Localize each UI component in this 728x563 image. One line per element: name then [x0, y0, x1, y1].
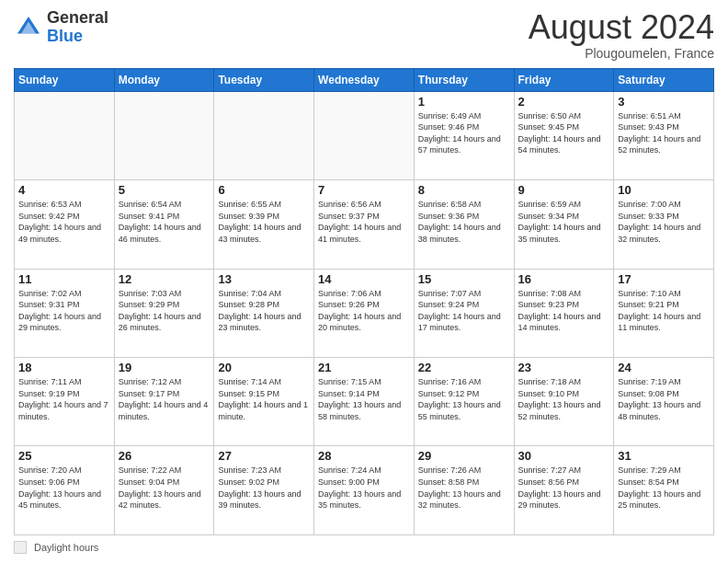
table-row: 21Sunrise: 7:15 AM Sunset: 9:14 PM Dayli…	[314, 358, 415, 446]
table-row: 16Sunrise: 7:08 AM Sunset: 9:23 PM Dayli…	[514, 269, 614, 357]
day-number: 6	[218, 183, 310, 197]
day-info: Sunrise: 6:53 AM Sunset: 9:42 PM Dayligh…	[18, 199, 110, 245]
day-info: Sunrise: 7:00 AM Sunset: 9:33 PM Dayligh…	[618, 199, 710, 245]
day-number: 30	[518, 449, 610, 463]
calendar-week-2: 4Sunrise: 6:53 AM Sunset: 9:42 PM Daylig…	[15, 180, 714, 269]
day-info: Sunrise: 7:27 AM Sunset: 8:56 PM Dayligh…	[518, 465, 610, 511]
table-row: 1Sunrise: 6:49 AM Sunset: 9:46 PM Daylig…	[414, 91, 514, 179]
day-info: Sunrise: 7:07 AM Sunset: 9:24 PM Dayligh…	[418, 288, 510, 334]
calendar-header-row: Sunday Monday Tuesday Wednesday Thursday…	[15, 68, 714, 91]
day-number: 29	[418, 449, 510, 463]
legend-label: Daylight hours	[34, 542, 98, 553]
day-number: 5	[119, 183, 210, 197]
table-row: 15Sunrise: 7:07 AM Sunset: 9:24 PM Dayli…	[414, 269, 514, 357]
day-info: Sunrise: 7:23 AM Sunset: 9:02 PM Dayligh…	[218, 465, 310, 511]
table-row: 22Sunrise: 7:16 AM Sunset: 9:12 PM Dayli…	[414, 358, 514, 446]
logo-blue: Blue	[47, 27, 83, 45]
legend-box	[14, 541, 27, 554]
day-info: Sunrise: 6:50 AM Sunset: 9:45 PM Dayligh…	[518, 110, 610, 156]
day-info: Sunrise: 7:08 AM Sunset: 9:23 PM Dayligh…	[518, 288, 610, 334]
logo-text: General Blue	[47, 9, 108, 46]
day-info: Sunrise: 7:06 AM Sunset: 9:26 PM Dayligh…	[318, 288, 410, 334]
day-number: 20	[218, 361, 310, 374]
day-info: Sunrise: 7:19 AM Sunset: 9:08 PM Dayligh…	[618, 376, 710, 422]
table-row: 7Sunrise: 6:56 AM Sunset: 9:37 PM Daylig…	[314, 180, 415, 269]
day-info: Sunrise: 7:20 AM Sunset: 9:06 PM Dayligh…	[18, 465, 110, 511]
day-info: Sunrise: 7:11 AM Sunset: 9:19 PM Dayligh…	[18, 376, 110, 422]
table-row: 18Sunrise: 7:11 AM Sunset: 9:19 PM Dayli…	[15, 358, 115, 446]
col-thursday: Thursday	[414, 68, 514, 91]
table-row	[314, 91, 415, 179]
table-row: 27Sunrise: 7:23 AM Sunset: 9:02 PM Dayli…	[214, 446, 314, 535]
day-info: Sunrise: 7:24 AM Sunset: 9:00 PM Dayligh…	[318, 465, 410, 511]
day-info: Sunrise: 7:29 AM Sunset: 8:54 PM Dayligh…	[618, 465, 710, 511]
table-row: 23Sunrise: 7:18 AM Sunset: 9:10 PM Dayli…	[514, 358, 614, 446]
logo-icon	[14, 13, 43, 42]
day-info: Sunrise: 7:03 AM Sunset: 9:29 PM Dayligh…	[119, 288, 210, 334]
day-number: 22	[418, 361, 510, 374]
day-number: 28	[318, 449, 410, 463]
day-number: 15	[418, 272, 510, 286]
day-number: 18	[18, 361, 110, 374]
table-row: 26Sunrise: 7:22 AM Sunset: 9:04 PM Dayli…	[114, 446, 214, 535]
col-wednesday: Wednesday	[314, 68, 415, 91]
day-number: 7	[318, 183, 410, 197]
table-row: 20Sunrise: 7:14 AM Sunset: 9:15 PM Dayli…	[214, 358, 314, 446]
table-row: 29Sunrise: 7:26 AM Sunset: 8:58 PM Dayli…	[414, 446, 514, 535]
table-row	[15, 91, 115, 179]
table-row: 25Sunrise: 7:20 AM Sunset: 9:06 PM Dayli…	[15, 446, 115, 535]
day-number: 31	[618, 449, 710, 463]
table-row: 24Sunrise: 7:19 AM Sunset: 9:08 PM Dayli…	[614, 358, 714, 446]
day-info: Sunrise: 7:04 AM Sunset: 9:28 PM Dayligh…	[218, 288, 310, 334]
table-row: 8Sunrise: 6:58 AM Sunset: 9:36 PM Daylig…	[414, 180, 514, 269]
table-row: 30Sunrise: 7:27 AM Sunset: 8:56 PM Dayli…	[514, 446, 614, 535]
day-number: 11	[18, 272, 110, 286]
table-row	[114, 91, 214, 179]
col-saturday: Saturday	[614, 68, 714, 91]
table-row: 12Sunrise: 7:03 AM Sunset: 9:29 PM Dayli…	[114, 269, 214, 357]
col-tuesday: Tuesday	[214, 68, 314, 91]
page: General Blue August 2024 Plougoumelen, F…	[0, 0, 728, 563]
legend: Daylight hours	[14, 541, 714, 554]
col-monday: Monday	[114, 68, 214, 91]
logo: General Blue	[14, 9, 108, 46]
table-row: 14Sunrise: 7:06 AM Sunset: 9:26 PM Dayli…	[314, 269, 415, 357]
day-info: Sunrise: 7:12 AM Sunset: 9:17 PM Dayligh…	[119, 376, 210, 422]
day-number: 2	[518, 95, 610, 109]
table-row: 6Sunrise: 6:55 AM Sunset: 9:39 PM Daylig…	[214, 180, 314, 269]
table-row: 28Sunrise: 7:24 AM Sunset: 9:00 PM Dayli…	[314, 446, 415, 535]
table-row: 3Sunrise: 6:51 AM Sunset: 9:43 PM Daylig…	[614, 91, 714, 179]
day-info: Sunrise: 6:56 AM Sunset: 9:37 PM Dayligh…	[318, 199, 410, 245]
table-row: 4Sunrise: 6:53 AM Sunset: 9:42 PM Daylig…	[15, 180, 115, 269]
day-number: 3	[618, 95, 710, 109]
table-row	[214, 91, 314, 179]
day-number: 8	[418, 183, 510, 197]
table-row: 2Sunrise: 6:50 AM Sunset: 9:45 PM Daylig…	[514, 91, 614, 179]
title-block: August 2024 Plougoumelen, France	[529, 9, 714, 61]
day-info: Sunrise: 7:22 AM Sunset: 9:04 PM Dayligh…	[119, 465, 210, 511]
day-info: Sunrise: 7:10 AM Sunset: 9:21 PM Dayligh…	[618, 288, 710, 334]
day-info: Sunrise: 7:02 AM Sunset: 9:31 PM Dayligh…	[18, 288, 110, 334]
day-number: 24	[618, 361, 710, 374]
day-number: 13	[218, 272, 310, 286]
table-row: 13Sunrise: 7:04 AM Sunset: 9:28 PM Dayli…	[214, 269, 314, 357]
table-row: 31Sunrise: 7:29 AM Sunset: 8:54 PM Dayli…	[614, 446, 714, 535]
day-info: Sunrise: 6:55 AM Sunset: 9:39 PM Dayligh…	[218, 199, 310, 245]
table-row: 19Sunrise: 7:12 AM Sunset: 9:17 PM Dayli…	[114, 358, 214, 446]
location: Plougoumelen, France	[529, 46, 714, 61]
day-info: Sunrise: 6:58 AM Sunset: 9:36 PM Dayligh…	[418, 199, 510, 245]
day-number: 27	[218, 449, 310, 463]
day-number: 25	[18, 449, 110, 463]
day-number: 19	[119, 361, 210, 374]
day-number: 1	[418, 95, 510, 109]
day-number: 16	[518, 272, 610, 286]
logo-general: General	[47, 8, 108, 27]
day-info: Sunrise: 7:15 AM Sunset: 9:14 PM Dayligh…	[318, 376, 410, 422]
day-number: 14	[318, 272, 410, 286]
calendar-week-5: 25Sunrise: 7:20 AM Sunset: 9:06 PM Dayli…	[15, 446, 714, 535]
day-number: 21	[318, 361, 410, 374]
table-row: 10Sunrise: 7:00 AM Sunset: 9:33 PM Dayli…	[614, 180, 714, 269]
day-info: Sunrise: 6:49 AM Sunset: 9:46 PM Dayligh…	[418, 110, 510, 156]
calendar-week-4: 18Sunrise: 7:11 AM Sunset: 9:19 PM Dayli…	[15, 358, 714, 446]
calendar-week-3: 11Sunrise: 7:02 AM Sunset: 9:31 PM Dayli…	[15, 269, 714, 357]
